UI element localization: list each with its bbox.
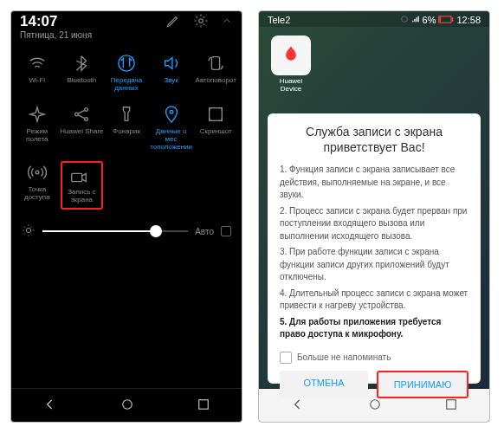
svg-point-11 <box>123 400 132 410</box>
svg-point-8 <box>36 171 39 175</box>
qs-label: Звук <box>164 77 178 93</box>
dialog-title: Служба записи с экрана приветствует Вас! <box>280 124 468 155</box>
clock-date: Пятница, 21 июня <box>20 30 92 40</box>
dialog-p3: 3. При работе функции записи с экрана фу… <box>280 246 468 284</box>
qs-toggle-data[interactable]: Передачаданных <box>104 47 149 98</box>
svg-point-10 <box>26 229 30 233</box>
brightness-thumb[interactable] <box>150 225 162 237</box>
battery-icon <box>438 15 454 25</box>
qs-label: Huawei Share <box>60 128 103 144</box>
dont-ask-row[interactable]: Больше не напоминать <box>280 352 468 364</box>
app-icon-huawei-device[interactable]: Huawei Device <box>271 36 311 94</box>
svg-rect-12 <box>199 400 209 410</box>
settings-icon[interactable] <box>193 13 209 32</box>
dialog-p4: 4. Длительный процесс записи с экрана мо… <box>280 288 468 313</box>
qs-toggle-airplane[interactable]: Режим полета <box>15 98 60 156</box>
svg-rect-18 <box>447 400 456 410</box>
accept-button[interactable]: ПРИНИМАЮ <box>377 371 468 398</box>
qs-toggle-hotspot[interactable]: Точка доступа <box>15 156 60 215</box>
svg-point-17 <box>371 400 380 410</box>
quick-settings-grid: Wi-FiBluetoothПередачаданныхЗвукАвтопово… <box>11 47 242 215</box>
signal-icon <box>411 15 420 25</box>
svg-point-5 <box>85 118 88 121</box>
bluetooth-icon <box>70 52 93 74</box>
nav-home[interactable] <box>367 397 383 416</box>
share-icon <box>70 103 93 126</box>
auto-brightness-checkbox[interactable] <box>221 226 231 236</box>
app-label: Huawei Device <box>271 78 311 94</box>
qs-header: 14:07 Пятница, 21 июня <box>11 11 242 47</box>
svg-point-0 <box>199 19 204 23</box>
auto-brightness-label: Авто <box>195 227 214 236</box>
location-icon <box>160 103 183 126</box>
svg-point-4 <box>85 108 88 112</box>
nav-recent[interactable] <box>443 397 459 416</box>
dialog-p5: 5. Для работы приложения требуется право… <box>280 316 468 341</box>
svg-point-1 <box>119 55 134 71</box>
brightness-icon <box>22 223 36 239</box>
dont-ask-checkbox[interactable] <box>280 352 292 364</box>
screenshot-icon <box>204 103 227 126</box>
qs-toggle-screenshot[interactable]: Скриншот <box>193 98 238 156</box>
qs-label: Запись сэкрана <box>68 189 95 204</box>
svg-rect-15 <box>440 17 442 23</box>
expand-icon[interactable] <box>221 15 233 30</box>
svg-rect-16 <box>452 17 454 22</box>
dont-ask-label: Больше не напоминать <box>297 352 391 362</box>
qs-label: Wi-Fi <box>29 77 45 93</box>
cancel-button[interactable]: ОТМЕНА <box>280 371 368 398</box>
record-icon <box>68 166 90 189</box>
svg-point-6 <box>170 110 173 113</box>
dialog-p2: 2. Процесс записи с экрана будет прерван… <box>280 205 468 243</box>
battery-pct: 6% <box>423 15 436 25</box>
clock-time: 14:07 <box>20 13 92 30</box>
qs-label: Скриншот <box>200 128 232 144</box>
nav-bar <box>11 388 242 422</box>
wifi-icon <box>26 52 48 74</box>
hotspot-icon <box>26 161 48 184</box>
edit-icon[interactable] <box>165 13 181 32</box>
qs-toggle-rotate[interactable]: Автоповорот <box>193 47 238 98</box>
qs-toggle-bluetooth[interactable]: Bluetooth <box>60 47 105 98</box>
svg-point-3 <box>75 113 79 116</box>
airplane-icon <box>26 103 48 126</box>
qs-toggle-record[interactable]: Запись сэкрана <box>60 156 105 215</box>
dialog-p1: 1. Функция записи с экрана записывает вс… <box>280 164 468 202</box>
dialog-body: 1. Функция записи с экрана записывает вс… <box>280 164 468 345</box>
qs-label: Режим полета <box>15 128 60 144</box>
nav-home[interactable] <box>120 397 135 416</box>
sound-icon <box>160 52 183 74</box>
carrier-label: Tele2 <box>268 15 290 25</box>
qs-label: Автоповорот <box>196 77 236 93</box>
torch-icon <box>115 103 138 126</box>
qs-label: Bluetooth <box>67 77 96 93</box>
qs-toggle-torch[interactable]: Фонарик <box>104 98 149 156</box>
screen-record-dialog: Служба записи с экрана приветствует Вас!… <box>268 113 481 384</box>
qs-label: Точка доступа <box>15 186 60 202</box>
clock: 12:58 <box>456 15 481 25</box>
qs-label: Передачаданных <box>111 77 142 93</box>
svg-rect-2 <box>212 57 220 70</box>
brightness-slider[interactable]: Авто <box>11 215 242 248</box>
nav-recent[interactable] <box>196 397 211 416</box>
brightness-track[interactable] <box>42 230 188 232</box>
qs-toggle-location[interactable]: Данные о местоположении <box>149 98 194 156</box>
nav-back[interactable] <box>42 396 59 417</box>
rotate-icon <box>204 52 227 74</box>
qs-toggle-sound[interactable]: Звук <box>149 47 194 98</box>
qs-toggle-share[interactable]: Huawei Share <box>60 98 105 156</box>
svg-rect-7 <box>210 108 223 121</box>
nav-back[interactable] <box>289 396 307 417</box>
qs-label: Фонарик <box>113 128 140 144</box>
status-bar: Tele2 6% 12:58 <box>259 11 489 27</box>
data-icon <box>115 52 138 74</box>
phone-dialog: Tele2 6% 12:58 Huawei Device Служба запи… <box>258 10 490 423</box>
phone-quicksettings: 14:07 Пятница, 21 июня Wi-FiBluetoothПер… <box>10 10 242 423</box>
svg-rect-9 <box>72 174 82 182</box>
qs-toggle-wifi[interactable]: Wi-Fi <box>15 47 60 98</box>
nfc-icon <box>400 15 409 25</box>
qs-label: Данные о местоположении <box>149 128 194 151</box>
svg-point-13 <box>401 16 407 23</box>
